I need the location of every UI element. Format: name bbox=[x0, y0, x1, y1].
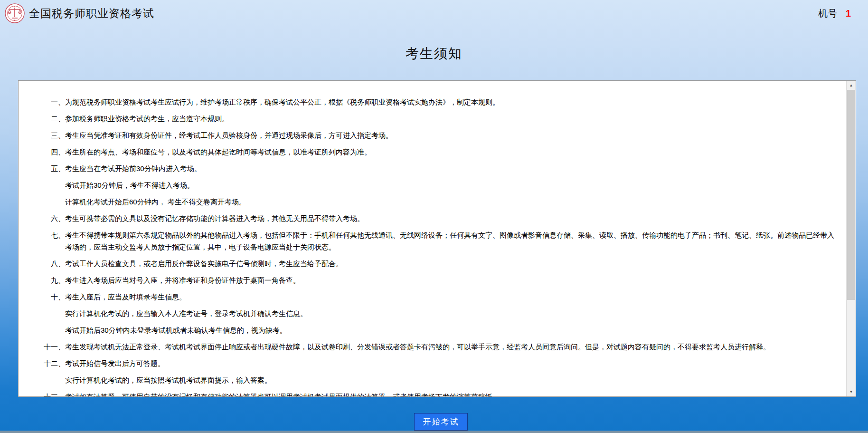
notice-item: 五、考生应当在考试开始前30分钟内进入考场。 bbox=[19, 163, 840, 174]
notice-item-text: 考生可携带必需的文具以及没有记忆存储功能的计算器进入考场，其他无关用品不得带入考… bbox=[65, 212, 840, 224]
notice-subitem: 考试开始后30分钟内未登录考试机或者未确认考生信息的，视为缺考。 bbox=[19, 324, 840, 336]
notice-subitem: 计算机化考试开始后60分钟内， 考生不得交卷离开考场。 bbox=[19, 196, 840, 208]
notice-item-text: 考生发现考试机无法正常登录、考试机考试界面停止响应或者出现硬件故障，以及试卷印刷… bbox=[65, 341, 840, 353]
notice-item-number: 五、 bbox=[19, 163, 65, 174]
notice-item-text: 考生进入考场后应当对号入座，并将准考证和身份证件放于桌面一角备查。 bbox=[65, 274, 840, 286]
notice-item-number: 六、 bbox=[19, 212, 65, 224]
notice-item: 二、参加税务师职业资格考试的考生，应当遵守本规则。 bbox=[19, 113, 840, 125]
notice-item-text: 考试开始后30分钟内未登录考试机或者未确认考生信息的，视为缺考。 bbox=[65, 324, 840, 336]
app-title: 全国税务师职业资格考试 bbox=[29, 6, 154, 21]
page-title: 考生须知 bbox=[0, 45, 868, 63]
notice-item-number: 十、 bbox=[19, 291, 65, 303]
notice-item-text: 考生应当凭准考证和有效身份证件，经考试工作人员验核身份，并通过现场采像后，方可进… bbox=[65, 129, 840, 141]
notice-item-text: 实行计算机化考试的，应当输入本人准考证号，登录考试机并确认考生信息。 bbox=[65, 308, 840, 319]
exam-notice-page: { "header": { "app_title": "全国税务师职业资格考试"… bbox=[0, 0, 868, 433]
notice-item-number bbox=[19, 179, 65, 191]
notice-subitem: 考试开始30分钟后，考生不得进入考场。 bbox=[19, 179, 840, 191]
notice-item: 十一、考生发现考试机无法正常登录、考试机考试界面停止响应或者出现硬件故障，以及试… bbox=[19, 341, 840, 353]
notice-item-number bbox=[19, 196, 65, 208]
notice-item: 六、考生可携带必需的文具以及没有记忆存储功能的计算器进入考场，其他无关用品不得带… bbox=[19, 212, 840, 224]
notice-item: 一、为规范税务师职业资格考试考生应试行为，维护考场正常秩序，确保考试公平公正，根… bbox=[19, 96, 840, 108]
scrollbar-thumb[interactable] bbox=[847, 90, 855, 300]
notice-item: 三、考生应当凭准考证和有效身份证件，经考试工作人员验核身份，并通过现场采像后，方… bbox=[19, 129, 840, 141]
notice-item-number: 四、 bbox=[19, 146, 65, 158]
notice-item-text: 考生入座后，应当及时填录考生信息。 bbox=[65, 291, 840, 303]
notice-item-number: 八、 bbox=[19, 258, 65, 269]
notice-item: 十三、考试如有计算题，可使用自带的没有记忆和存储功能的计算器也可以调用考试机考试… bbox=[19, 391, 840, 396]
notice-item-number: 七、 bbox=[19, 229, 65, 253]
notice-item-number bbox=[19, 324, 65, 336]
notice-item-number: 一、 bbox=[19, 96, 65, 108]
vertical-scrollbar[interactable]: ▲ ▼ bbox=[846, 81, 856, 396]
notice-item-text: 考生应当在考试开始前30分钟内进入考场。 bbox=[65, 163, 840, 174]
exam-seal-logo bbox=[5, 3, 25, 23]
notice-item: 四、考生所在的考点、考场和座位号，以及考试的具体起讫时间等考试信息，以准考证所列… bbox=[19, 146, 840, 158]
notice-item-text: 考试工作人员检查文具，或者启用反作弊设备实施电子信号侦测时，考生应当给予配合。 bbox=[65, 258, 840, 269]
notice-list: 一、为规范税务师职业资格考试考生应试行为，维护考场正常秩序，确保考试公平公正，根… bbox=[19, 81, 846, 396]
notice-panel: 一、为规范税务师职业资格考试考生应试行为，维护考场正常秩序，确保考试公平公正，根… bbox=[18, 80, 856, 397]
scroll-down-icon[interactable]: ▼ bbox=[847, 387, 856, 396]
notice-subitem: 实行计算机化考试的，应当按照考试机考试界面提示，输入答案。 bbox=[19, 374, 840, 386]
notice-item-text: 参加税务师职业资格考试的考生，应当遵守本规则。 bbox=[65, 113, 840, 125]
scales-of-justice-icon bbox=[5, 3, 25, 23]
notice-item-number: 九、 bbox=[19, 274, 65, 286]
notice-item-text: 考试开始30分钟后，考生不得进入考场。 bbox=[65, 179, 840, 191]
notice-item-number: 二、 bbox=[19, 113, 65, 125]
notice-item-text: 考生不得携带本规则第六条规定物品以外的其他物品进入考场，包括但不限于：手机和任何… bbox=[65, 229, 840, 253]
notice-item-number bbox=[19, 308, 65, 319]
start-exam-button[interactable]: 开始考试 bbox=[414, 413, 468, 431]
notice-item: 八、考试工作人员检查文具，或者启用反作弊设备实施电子信号侦测时，考生应当给予配合… bbox=[19, 258, 840, 269]
machine-info: 机号 1 bbox=[818, 7, 851, 20]
notice-item-text: 实行计算机化考试的，应当按照考试机考试界面提示，输入答案。 bbox=[65, 374, 840, 386]
notice-item-number: 十二、 bbox=[19, 357, 65, 369]
notice-item-text: 考生所在的考点、考场和座位号，以及考试的具体起讫时间等考试信息，以准考证所列内容… bbox=[65, 146, 840, 158]
notice-item: 十二、考试开始信号发出后方可答题。 bbox=[19, 357, 840, 369]
scroll-up-icon[interactable]: ▲ bbox=[847, 81, 856, 90]
notice-item-number: 十一、 bbox=[19, 341, 65, 353]
notice-item: 十、考生入座后，应当及时填录考生信息。 bbox=[19, 291, 840, 303]
notice-item-number: 十三、 bbox=[19, 391, 65, 396]
notice-item-text: 考试如有计算题，可使用自带的没有记忆和存储功能的计算器也可以调用考试机考试界面提… bbox=[65, 391, 840, 396]
notice-item: 七、考生不得携带本规则第六条规定物品以外的其他物品进入考场，包括但不限于：手机和… bbox=[19, 229, 840, 253]
notice-item-text: 为规范税务师职业资格考试考生应试行为，维护考场正常秩序，确保考试公平公正，根据《… bbox=[65, 96, 840, 108]
notice-item-number: 三、 bbox=[19, 129, 65, 141]
notice-item-text: 计算机化考试开始后60分钟内， 考生不得交卷离开考场。 bbox=[65, 196, 840, 208]
notice-item: 九、考生进入考场后应当对号入座，并将准考证和身份证件放于桌面一角备查。 bbox=[19, 274, 840, 286]
window-bottom-edge bbox=[0, 431, 868, 433]
notice-subitem: 实行计算机化考试的，应当输入本人准考证号，登录考试机并确认考生信息。 bbox=[19, 308, 840, 319]
machine-label: 机号 bbox=[818, 7, 837, 20]
notice-item-text: 考试开始信号发出后方可答题。 bbox=[65, 357, 840, 369]
notice-item-number bbox=[19, 374, 65, 386]
machine-number: 1 bbox=[846, 8, 851, 19]
header: 全国税务师职业资格考试 机号 1 bbox=[0, 0, 868, 27]
